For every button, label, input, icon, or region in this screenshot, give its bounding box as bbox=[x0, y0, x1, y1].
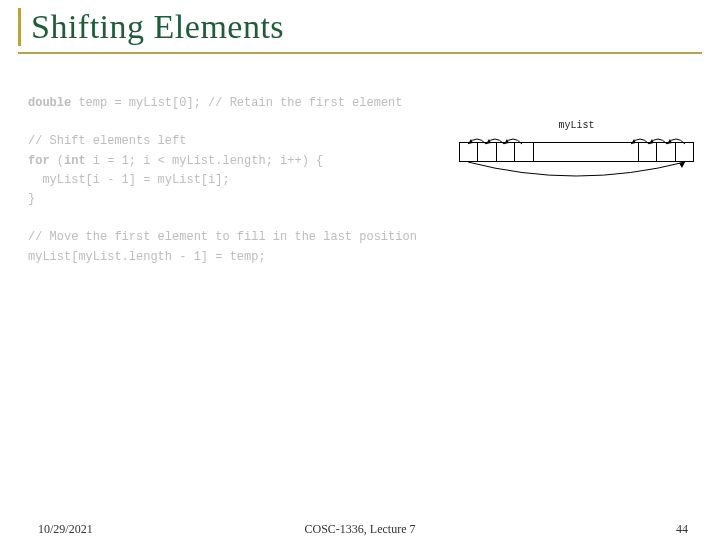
footer-course: COSC-1336, Lecture 7 bbox=[305, 522, 416, 537]
svg-marker-5 bbox=[667, 139, 672, 144]
footer-date: 10/29/2021 bbox=[38, 522, 93, 537]
svg-marker-0 bbox=[468, 139, 473, 144]
code-comment: // Move the first element to fill in the… bbox=[28, 230, 417, 244]
content-area: double temp = myList[0]; // Retain the f… bbox=[18, 94, 702, 267]
array-diagram: myList bbox=[459, 120, 694, 190]
code-text: } bbox=[28, 192, 35, 206]
kw-double: double bbox=[28, 96, 71, 110]
code-text: i = 1; i < myList.length; i++) { bbox=[86, 154, 324, 168]
footer-page: 44 bbox=[676, 522, 688, 537]
title-rule bbox=[18, 52, 702, 54]
title-wrap: Shifting Elements bbox=[18, 8, 702, 46]
slide-title: Shifting Elements bbox=[31, 8, 702, 46]
code-comment: // Retain the first element bbox=[208, 96, 402, 110]
code-text: temp = myList[0]; bbox=[71, 96, 208, 110]
kw-int: int bbox=[64, 154, 86, 168]
kw-for: for bbox=[28, 154, 50, 168]
svg-marker-1 bbox=[486, 139, 491, 144]
code-text: ( bbox=[50, 154, 64, 168]
wrap-arrow-icon bbox=[459, 160, 694, 190]
slide: Shifting Elements double temp = myList[0… bbox=[0, 0, 720, 540]
svg-marker-3 bbox=[631, 139, 636, 144]
svg-marker-4 bbox=[649, 139, 654, 144]
diagram-label: myList bbox=[558, 120, 594, 131]
svg-marker-2 bbox=[504, 139, 509, 144]
code-text: myList[myList.length - 1] = temp; bbox=[28, 250, 266, 264]
svg-marker-6 bbox=[679, 162, 685, 168]
code-comment: // Shift elements left bbox=[28, 134, 186, 148]
code-text: myList[i - 1] = myList[i]; bbox=[28, 173, 230, 187]
